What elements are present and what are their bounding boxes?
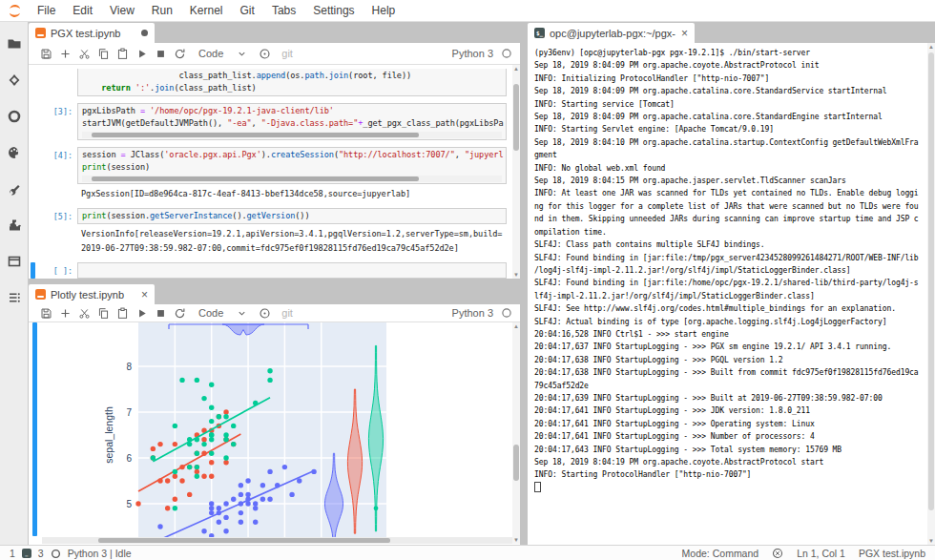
cell-input-editor[interactable]: print(session.getServerInstance().getVer…	[77, 208, 507, 224]
scrollbar-thumb[interactable]	[513, 445, 519, 481]
run-button[interactable]	[132, 304, 151, 321]
scatter-point	[282, 465, 287, 469]
pgx-notebook-cells[interactable]: class_path_list.append(os.path.join(root…	[29, 65, 520, 279]
scatter-point	[289, 492, 294, 497]
terminal-line: Sep 18, 2019 8:04:09 PM org.apache.catal…	[534, 85, 925, 97]
cell-input-editor[interactable]: class_path_list.append(os.path.join(root…	[77, 69, 507, 96]
code-cell[interactable]: [5]:print(session.getServerInstance().ge…	[31, 208, 507, 224]
output-text: PgxSession[ID=d8e964ca-817c-4eaf-8413-bb…	[77, 187, 507, 201]
git-icon[interactable]	[2, 66, 27, 94]
save-button[interactable]	[36, 304, 55, 321]
output-text: VersionInfo[releaseVersion=19.2.1,apiVer…	[77, 227, 507, 241]
close-icon[interactable]: ×	[141, 289, 148, 301]
stop-button[interactable]	[151, 304, 170, 321]
table-of-contents-icon[interactable]	[2, 283, 27, 312]
cell-input-editor[interactable]	[77, 262, 507, 279]
extensions-icon[interactable]	[2, 211, 27, 239]
scatter-point	[173, 442, 177, 446]
cell-collapser[interactable]	[31, 262, 35, 279]
scatter-point	[223, 460, 228, 465]
stop-button[interactable]	[151, 45, 170, 62]
kernel-name[interactable]: Python 3	[452, 307, 493, 319]
kernels-count[interactable]: 3	[38, 548, 44, 559]
cut-button[interactable]	[74, 304, 94, 321]
scatter-point	[209, 510, 214, 515]
scatter-point	[209, 383, 214, 387]
copy-button[interactable]	[94, 304, 113, 321]
notebook-vertical-scrollbar[interactable]: ▲▼	[512, 65, 520, 279]
property-inspector-icon[interactable]	[2, 175, 27, 203]
git-toolbar-label[interactable]: git	[281, 307, 293, 319]
tab-title: opc@jupyterlab-pgx:~/pgx-	[550, 28, 675, 39]
menu-item-file[interactable]: File	[29, 0, 64, 21]
scrollbar-thumb[interactable]	[92, 176, 419, 181]
code-cell[interactable]: [3]:pgxLibsPath = '/home/opc/pgx-19.2.1-…	[31, 103, 507, 140]
run-button[interactable]	[132, 45, 151, 62]
cell-collapser[interactable]	[31, 69, 35, 96]
terminal-line: 20:04:16,528 INFO Ctrl$1 - >>> start eng…	[534, 328, 925, 341]
kernel-name[interactable]: Python 3	[452, 48, 493, 59]
menu-item-edit[interactable]: Edit	[64, 0, 101, 21]
command-mode-indicator[interactable]: Mode: Command	[682, 548, 759, 559]
terminals-count[interactable]: 1	[10, 548, 15, 559]
menu-item-tabs[interactable]: Tabs	[263, 0, 304, 21]
kernel-status-icon[interactable]	[501, 307, 512, 319]
menu-item-git[interactable]: Git	[232, 0, 263, 21]
active-cell-indicator[interactable]	[32, 322, 37, 536]
cell-type-dropdown[interactable]: Code	[198, 48, 247, 59]
git-toolbar-label[interactable]: git	[281, 48, 293, 59]
menu-item-help[interactable]: Help	[364, 0, 405, 21]
scatter-violin-figure[interactable]: 5678sepal_length	[40, 322, 518, 544]
terminal-line: INFO: Starting ProtocolHandler ["http-ni…	[534, 468, 925, 481]
scatter-point	[223, 529, 228, 533]
cell-type-dropdown[interactable]: Code	[198, 307, 247, 319]
cell-input-editor[interactable]: session = JClass('oracle.pgx.api.Pgx').c…	[77, 147, 507, 184]
insert-button[interactable]	[55, 45, 74, 62]
file-browser-icon[interactable]	[2, 30, 27, 58]
paste-button[interactable]	[113, 45, 132, 62]
menu-item-settings[interactable]: Settings	[304, 0, 363, 21]
cursor-position[interactable]: Ln 1, Col 1	[797, 548, 845, 559]
plotly-horizontal-scrollbar[interactable]	[42, 537, 512, 544]
cell-collapser[interactable]	[31, 103, 35, 140]
copy-button[interactable]	[94, 45, 113, 62]
commands-palette-icon[interactable]	[2, 138, 27, 167]
menu-item-run[interactable]: Run	[143, 0, 181, 21]
scrollbar-thumb[interactable]	[513, 84, 519, 151]
terminal-vertical-scrollbar[interactable]: ▲▼	[927, 43, 935, 545]
open-tabs-icon[interactable]	[2, 247, 27, 276]
restart-button[interactable]	[170, 304, 189, 321]
bell-off-icon[interactable]	[772, 548, 783, 559]
cell-collapser[interactable]	[31, 208, 35, 224]
code-cell[interactable]: class_path_list.append(os.path.join(root…	[31, 69, 507, 96]
menu-item-view[interactable]: View	[101, 0, 143, 21]
close-icon[interactable]: ×	[681, 28, 688, 39]
paste-button[interactable]	[113, 304, 132, 321]
dock-split-handle[interactable]	[520, 22, 528, 545]
cut-button[interactable]	[74, 45, 94, 62]
cell-horizontal-scrollbar[interactable]	[82, 132, 502, 138]
kernel-status-icon[interactable]	[501, 48, 512, 59]
running-sessions-icon[interactable]	[2, 102, 27, 131]
tab-plotly-notebook[interactable]: Plotly test.ipynb ×	[29, 284, 155, 304]
scrollbar-thumb[interactable]	[98, 538, 390, 543]
save-button[interactable]	[36, 45, 55, 62]
code-cell[interactable]: [4]:session = JClass('oracle.pgx.api.Pgx…	[31, 147, 507, 184]
clock-icon[interactable]	[255, 304, 274, 321]
cell-input-editor[interactable]: pgxLibsPath = '/home/opc/pgx-19.2.1-java…	[77, 103, 507, 140]
restart-button[interactable]	[170, 45, 189, 62]
scrollbar-thumb[interactable]	[92, 133, 419, 137]
kernel-status[interactable]: Python 3 | Idle	[68, 548, 132, 559]
tab-pgx-notebook[interactable]: PGX test.ipynb	[29, 23, 155, 43]
cell-horizontal-scrollbar[interactable]	[82, 176, 502, 182]
scrollbar-thumb[interactable]	[928, 52, 934, 510]
insert-button[interactable]	[55, 304, 74, 321]
tab-terminal[interactable]: $_ opc@jupyterlab-pgx:~/pgx- ×	[528, 23, 695, 43]
terminal-output[interactable]: (py36env) [opc@jupyterlab-pgx pgx-19.2.1…	[528, 43, 935, 545]
scatter-point	[201, 474, 206, 479]
clock-icon[interactable]	[255, 45, 274, 62]
cell-collapser[interactable]	[31, 147, 35, 184]
menu-item-kernel[interactable]: Kernel	[181, 0, 232, 21]
plotly-vertical-scrollbar[interactable]: ▲ ▼	[512, 322, 520, 544]
code-cell[interactable]: [ ]:	[31, 262, 507, 279]
